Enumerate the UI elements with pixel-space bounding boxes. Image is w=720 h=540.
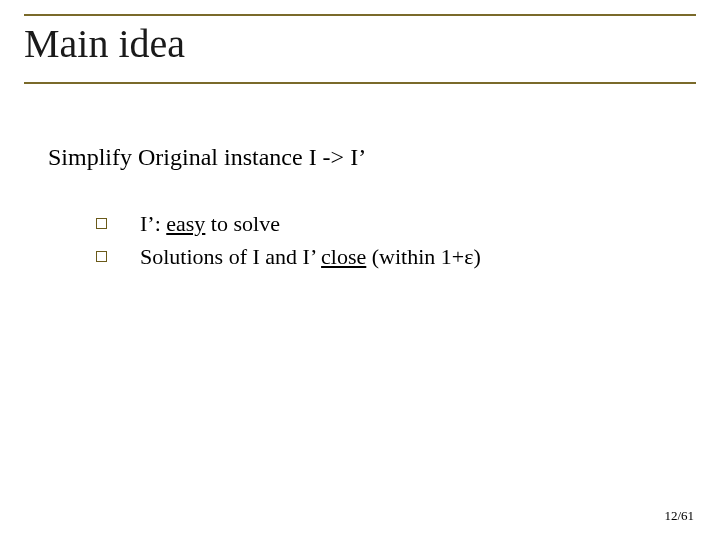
- subtitle: Simplify Original instance I -> I’: [48, 144, 696, 171]
- bullet-suffix: to solve: [205, 211, 280, 236]
- title-block: Main idea: [24, 14, 696, 84]
- bullet-prefix: I’:: [140, 211, 166, 236]
- bullet-list: I’: easy to solve Solutions of I and I’ …: [48, 207, 696, 273]
- slide-body: Simplify Original instance I -> I’ I’: e…: [24, 144, 696, 273]
- page-number: 12/61: [664, 508, 694, 524]
- bullet-prefix: Solutions of I and I’: [140, 244, 321, 269]
- bullet-underlined: easy: [166, 211, 205, 236]
- list-item: I’: easy to solve: [96, 207, 696, 240]
- bullet-underlined: close: [321, 244, 366, 269]
- slide-title: Main idea: [24, 22, 696, 66]
- list-item: Solutions of I and I’ close (within 1+ε): [96, 240, 696, 273]
- bullet-suffix: (within 1+ε): [366, 244, 481, 269]
- slide: Main idea Simplify Original instance I -…: [0, 0, 720, 540]
